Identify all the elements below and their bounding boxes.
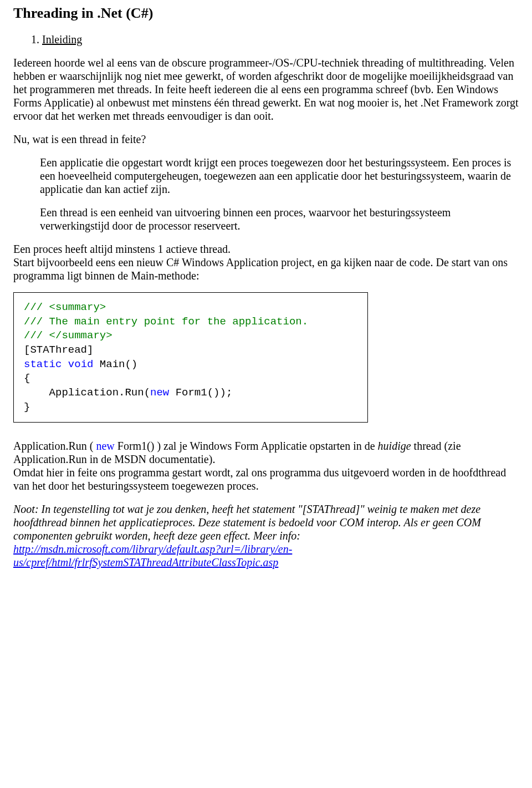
- paragraph-example: Een proces heeft altijd minstens 1 actie…: [13, 242, 519, 282]
- code-snippet: /// <summary> /// The main entry point f…: [13, 292, 368, 423]
- text-segment: Omdat hier in feite ons programma gestar…: [13, 466, 506, 492]
- text-line: Start bijvoorbeeld eens een nieuw C# Win…: [13, 256, 508, 282]
- paragraph-intro: Iedereen hoorde wel al eens van de obscu…: [13, 56, 519, 123]
- code-comment: /// The main entry point for the applica…: [24, 316, 308, 328]
- code-text: Application.Run(: [24, 387, 150, 399]
- section-number: 1.: [31, 33, 39, 45]
- code-text: Main(): [100, 358, 137, 370]
- text-segment: Application.Run (: [13, 440, 96, 452]
- text-line: Een proces heeft altijd minstens 1 actie…: [13, 243, 231, 255]
- code-brace: }: [24, 401, 30, 413]
- code-comment: /// <summary>: [24, 301, 106, 313]
- code-keyword: new: [150, 387, 169, 399]
- keyword-new: new: [96, 440, 114, 452]
- code-keyword: void: [68, 358, 94, 370]
- paragraph-run: Application.Run ( new Form1() ) zal je W…: [13, 439, 519, 492]
- code-attribute: [STAThread]: [24, 344, 93, 356]
- paragraph-thread: Een thread is een eenheid van uitvoering…: [40, 206, 519, 232]
- code-brace: {: [24, 372, 30, 384]
- paragraph-note: Noot: In tegenstelling tot wat je zou de…: [13, 502, 519, 569]
- page-title: Threading in .Net (C#): [13, 4, 519, 22]
- paragraph-process: Een applicatie die opgestart wordt krijg…: [40, 156, 519, 196]
- section-link[interactable]: Inleiding: [42, 33, 82, 45]
- code-text: Form1());: [169, 387, 232, 399]
- code-keyword: static: [24, 358, 62, 370]
- code-comment: /// </summary>: [24, 329, 112, 342]
- paragraph-question: Nu, wat is een thread in feite?: [13, 133, 519, 146]
- note-text: Noot: In tegenstelling tot wat je zou de…: [13, 503, 481, 542]
- section-heading: 1. Inleiding: [31, 33, 519, 46]
- italic-text: huidige: [378, 440, 411, 452]
- text-segment: Form1() ) zal je Windows Form Applicatie…: [115, 440, 378, 452]
- msdn-link[interactable]: http://msdn.microsoft.com/library/defaul…: [13, 543, 292, 568]
